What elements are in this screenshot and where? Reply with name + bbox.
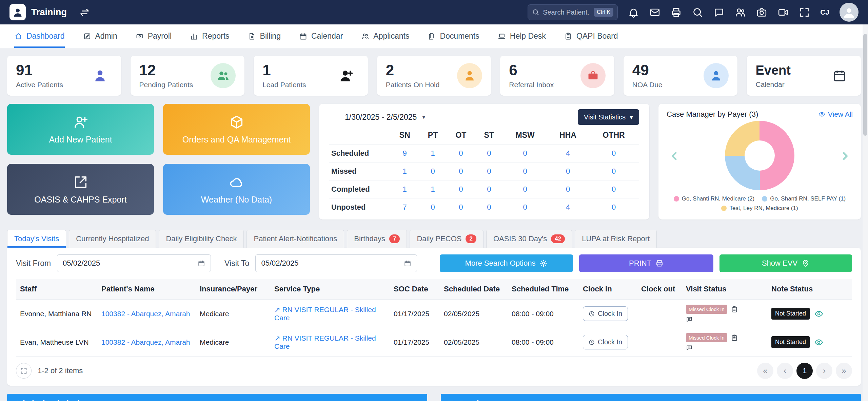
clock-in-button[interactable]: Clock In (583, 306, 628, 321)
print-button[interactable]: PRINT (579, 254, 713, 272)
calendar-icon[interactable] (404, 260, 411, 267)
vs-cell[interactable]: 0 (487, 149, 491, 157)
users-icon[interactable] (735, 7, 746, 18)
calendar-icon[interactable] (198, 260, 205, 267)
nav-documents[interactable]: Documents (428, 24, 479, 48)
vs-cell[interactable]: 0 (612, 167, 616, 175)
mail-icon[interactable] (649, 7, 660, 18)
vs-cell[interactable]: 0 (523, 149, 527, 157)
scrollbar-thumb[interactable] (863, 34, 867, 136)
print-icon[interactable] (671, 7, 682, 18)
vs-cell[interactable]: 0 (612, 149, 616, 157)
prev-page-button[interactable]: ‹ (777, 363, 793, 379)
show-evv-button[interactable]: Show EVV (719, 254, 852, 272)
visit-from-input[interactable]: 05/02/2025 (57, 254, 211, 272)
vs-cell[interactable]: 0 (612, 185, 616, 193)
service-link[interactable]: ↗ RN VISIT REGULAR - Skilled Care (274, 306, 376, 322)
vs-cell[interactable]: 0 (566, 167, 570, 175)
patient-link[interactable]: 100382 - Abarquez, Amarah (101, 310, 190, 318)
vs-cell[interactable]: 1 (403, 167, 407, 175)
vs-cell[interactable]: 0 (431, 167, 435, 175)
video-icon[interactable] (777, 7, 789, 18)
vs-cell[interactable]: 7 (403, 203, 407, 211)
vs-cell[interactable]: 1 (431, 149, 435, 157)
switch-icon[interactable] (79, 7, 90, 18)
vs-cell[interactable]: 0 (612, 203, 616, 211)
more-search-options-button[interactable]: More Search Options (440, 254, 573, 272)
vs-cell[interactable]: 0 (523, 203, 527, 211)
carousel-next-icon[interactable] (839, 150, 851, 163)
view-note-eye-icon[interactable] (814, 338, 823, 347)
nav-billing[interactable]: Billing (248, 24, 281, 48)
vs-cell[interactable]: 0 (459, 203, 463, 211)
tab-daily-pecos[interactable]: Daily PECOS2 (410, 230, 484, 248)
nav-reports[interactable]: Reports (190, 24, 230, 48)
visit-date-range[interactable]: 1/30/2025 - 2/5/2025 ▾ (345, 113, 425, 122)
global-search-icon[interactable] (692, 7, 703, 18)
clock-in-button[interactable]: Clock In (583, 335, 628, 349)
expand-table-icon[interactable] (16, 363, 32, 379)
stat-card-pending-patients[interactable]: 12 Pending Patients (131, 56, 245, 96)
patient-link[interactable]: 100382 - Abarquez, Amarah (101, 338, 190, 346)
vs-cell[interactable]: 9 (403, 149, 407, 157)
next-page-button[interactable]: › (816, 363, 832, 379)
first-page-button[interactable]: « (757, 363, 773, 379)
service-link[interactable]: ↗ RN VISIT REGULAR - Skilled Care (274, 334, 376, 350)
vs-cell[interactable]: 0 (459, 149, 463, 157)
last-page-button[interactable]: » (836, 363, 852, 379)
tab-todays-visits[interactable]: Today's Visits (7, 230, 66, 248)
nav-applicants[interactable]: Applicants (361, 24, 409, 48)
stat-card-active-patients[interactable]: 91 Active Patients (7, 56, 121, 96)
event-calendar-card[interactable]: Event Calendar (747, 56, 861, 96)
app-logo[interactable] (9, 4, 26, 20)
nav-help-desk[interactable]: Help Desk (498, 24, 546, 48)
visit-to-input[interactable]: 05/02/2025 (255, 254, 417, 272)
vs-cell[interactable]: 0 (523, 185, 527, 193)
chat-icon[interactable] (713, 7, 725, 18)
vs-cell[interactable]: 0 (487, 203, 491, 211)
stat-card-patients-on-hold[interactable]: 2 Patients On Hold (377, 56, 491, 96)
notifications-icon[interactable] (628, 7, 639, 18)
vs-cell[interactable]: 4 (566, 149, 570, 157)
vs-cell[interactable]: 1 (431, 185, 435, 193)
vs-cell[interactable]: 0 (487, 167, 491, 175)
nav-admin[interactable]: Admin (83, 24, 117, 48)
vs-cell[interactable]: 0 (431, 203, 435, 211)
payer-donut[interactable] (725, 121, 794, 190)
tab-birthdays[interactable]: Birthdays7 (347, 230, 407, 248)
nav-qapi-board[interactable]: QAPI Board (564, 24, 618, 48)
nav-dashboard[interactable]: Dashboard (14, 24, 65, 48)
nav-payroll[interactable]: Payroll (136, 24, 172, 48)
comment-icon[interactable] (686, 344, 693, 351)
carousel-prev-icon[interactable] (668, 150, 681, 163)
view-note-eye-icon[interactable] (814, 309, 823, 318)
vs-cell[interactable]: 0 (487, 185, 491, 193)
vs-cell[interactable]: 0 (523, 167, 527, 175)
note-icon[interactable] (731, 306, 738, 313)
stat-card-lead-patients[interactable]: 1 Lead Patients (254, 56, 368, 96)
add-new-patient-button[interactable]: Add New Patient (7, 104, 154, 155)
visit-statistics-dropdown[interactable]: Visit Statistics ▾ (578, 109, 639, 125)
tab-patient-alert-notifications[interactable]: Patient Alert-Notifications (246, 230, 344, 248)
nav-calendar[interactable]: Calendar (299, 24, 343, 48)
tab-oasis-30-days[interactable]: OASIS 30 Day's42 (486, 230, 572, 248)
comment-icon[interactable] (686, 316, 693, 323)
vs-cell[interactable]: 0 (459, 185, 463, 193)
search-input[interactable] (543, 8, 590, 16)
vs-cell[interactable]: 0 (566, 185, 570, 193)
weather-button[interactable]: Weather (No Data) (163, 164, 310, 215)
vs-cell[interactable]: 1 (403, 185, 407, 193)
patient-search[interactable]: Ctrl K (528, 4, 618, 20)
oasis-export-button[interactable]: OASIS & CAHPS Export (7, 164, 154, 215)
note-icon[interactable] (731, 334, 738, 342)
fullscreen-icon[interactable] (799, 7, 810, 18)
camera-icon[interactable] (756, 7, 767, 18)
stat-card-noa-due[interactable]: 49 NOA Due (624, 56, 738, 96)
scrollbar-track[interactable] (863, 24, 868, 401)
vs-cell[interactable]: 4 (566, 203, 570, 211)
page-1-button[interactable]: 1 (796, 363, 813, 379)
refresh-icon[interactable] (411, 400, 420, 401)
tab-daily-eligibility-check[interactable]: Daily Eligibility Check (159, 230, 244, 248)
stat-card-referral-inbox[interactable]: 6 Referral Inbox (500, 56, 614, 96)
user-avatar[interactable] (840, 3, 859, 22)
